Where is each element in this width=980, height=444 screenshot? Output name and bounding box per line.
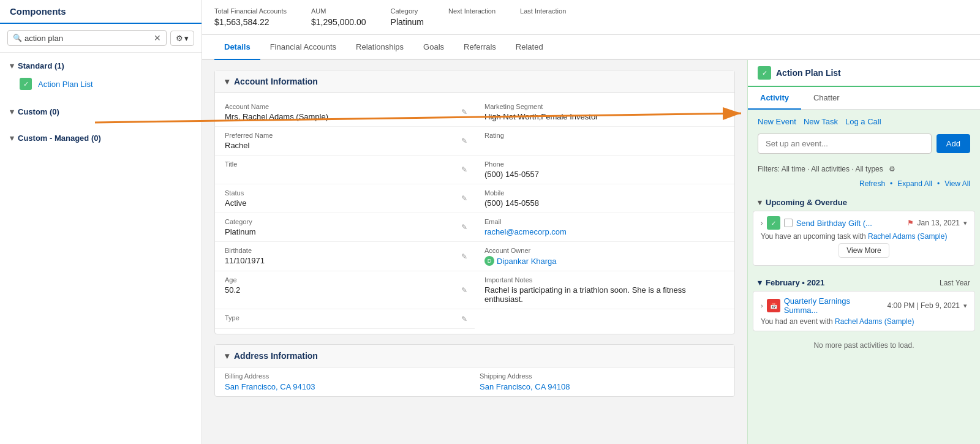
view-all-link[interactable]: View All [944, 179, 970, 188]
chevron-right-icon[interactable]: › [761, 219, 763, 227]
field-age: Age 50.2 ✎ [215, 271, 475, 309]
field-value-account-name: Mrs. Rachel Adams (Sample) [225, 112, 465, 121]
field-account-owner: Account Owner D Dipankar Kharga [475, 242, 734, 271]
filters-row: Filters: All time · All activities · All… [748, 161, 980, 177]
february-2021-section: ▾ February • 2021 Last Year › 📅 [753, 273, 975, 355]
tab-financial-accounts[interactable]: Financial Accounts [260, 35, 346, 60]
field-value-marketing-segment: High Net Worth;Female Investor [484, 112, 725, 121]
billing-address-value[interactable]: San Francisco, CA 94103 [225, 382, 470, 391]
sidebar: Components 🔍 ✕ ⚙ ▾ ▾ Standard (1) ✓ [0, 0, 202, 444]
field-label-marketing-segment: Marketing Segment [484, 103, 725, 110]
custom-section-header[interactable]: ▾ Custom (0) [0, 103, 202, 120]
field-status: Status Active ✎ [215, 184, 475, 213]
edit-icon[interactable]: ✎ [461, 137, 467, 145]
chevron-down-icon[interactable]: ▾ [225, 77, 229, 86]
activity-date-birthday: Jan 13, 2021 [918, 219, 960, 227]
field-label-title: Title [225, 160, 465, 168]
expand-all-link[interactable]: Expand All [897, 179, 932, 188]
activity-title-quarterly[interactable]: Quarterly Earnings Summa... [784, 296, 884, 315]
refresh-link[interactable]: Refresh [859, 179, 885, 188]
upcoming-overdue-section: ▾ Upcoming & Overdue › ✓ Send Birthday G… [753, 193, 975, 266]
field-value-status: Active [225, 198, 465, 208]
chevron-right-icon[interactable]: › [761, 302, 763, 309]
tab-relationships[interactable]: Relationships [346, 35, 413, 60]
standard-section-header[interactable]: ▾ Standard (1) [0, 58, 202, 74]
field-label-account-name: Account Name [225, 103, 465, 110]
edit-icon[interactable]: ✎ [461, 223, 467, 231]
account-info-title: Account Information [234, 77, 318, 86]
task-checkbox[interactable] [784, 219, 793, 227]
sidebar-title: Components [10, 6, 66, 17]
log-call-button[interactable]: Log a Call [845, 117, 881, 126]
stat-aum: AUM $1,295,000.00 [311, 7, 366, 27]
search-input[interactable] [24, 34, 154, 43]
chevron-down-icon: ▾ [10, 134, 14, 143]
field-category: Category Platinum ✎ [215, 213, 475, 242]
clear-search-icon[interactable]: ✕ [154, 33, 161, 43]
address-info-title-bar: ▾ Address Information [215, 345, 734, 367]
chevron-down-icon: ▾ [10, 107, 14, 116]
tab-activity[interactable]: Activity [748, 87, 801, 110]
chevron-down-icon[interactable]: ▾ [225, 351, 229, 361]
custom-section-label: Custom (0) [18, 107, 59, 116]
tab-details[interactable]: Details [214, 35, 260, 60]
icon-text: ✓ [762, 69, 767, 77]
gear-filter-icon[interactable]: ⚙ [889, 165, 895, 173]
address-fields: Billing Address San Francisco, CA 94103 … [215, 367, 734, 396]
tab-goals[interactable]: Goals [413, 35, 454, 60]
activity-item-header: › ✓ Send Birthday Gift (... ⚑ Jan 13, 20… [761, 216, 967, 230]
edit-icon[interactable]: ✎ [461, 315, 467, 323]
field-label-rating: Rating [484, 132, 725, 139]
field-value-important-notes: Rachel is participating in a triathlon s… [484, 285, 725, 304]
custom-managed-section-label: Custom - Managed (0) [18, 134, 101, 143]
activity-desc-quarterly: You had an event with Rachel Adams (Samp… [761, 317, 967, 326]
stat-label-next-interaction: Next Interaction [448, 7, 496, 15]
tab-chatter[interactable]: Chatter [801, 87, 852, 110]
chevron-down-icon[interactable]: ▾ [758, 198, 762, 207]
field-value-email[interactable]: rachel@acmecorp.com [484, 227, 725, 236]
separator: • [937, 179, 940, 188]
right-panel: ✓ Action Plan List Activity Chatter New … [747, 60, 980, 444]
new-event-button[interactable]: New Event [758, 117, 796, 126]
task-icon: ✓ [767, 216, 780, 230]
gear-button[interactable]: ⚙ ▾ [170, 31, 194, 46]
sidebar-item-action-plan-list[interactable]: ✓ Action Plan List [0, 74, 202, 94]
standard-section: ▾ Standard (1) ✓ Action Plan List [0, 53, 202, 99]
activity-date-quarterly: 4:00 PM | Feb 9, 2021 [887, 301, 960, 310]
view-more-button[interactable]: View More [839, 243, 889, 258]
field-label-preferred-name: Preferred Name [225, 132, 465, 139]
edit-icon[interactable]: ✎ [461, 165, 467, 174]
activity-item-quarterly: › 📅 Quarterly Earnings Summa... 4:00 PM … [753, 291, 975, 331]
field-title: Title ✎ [215, 156, 475, 184]
upcoming-overdue-label: Upcoming & Overdue [766, 198, 847, 207]
dropdown-arrow-icon[interactable]: ▾ [963, 219, 967, 227]
edit-icon[interactable]: ✎ [461, 286, 467, 295]
field-label-type: Type [225, 314, 465, 322]
stat-value-total-financial: $1,563,584.22 [214, 17, 287, 27]
custom-managed-section: ▾ Custom - Managed (0) [0, 125, 202, 151]
field-phone: Phone (500) 145-0557 [475, 156, 734, 184]
chevron-down-icon[interactable]: ▾ [758, 278, 762, 287]
shipping-address-value[interactable]: San Francisco, CA 94108 [480, 382, 725, 391]
activity-desc-link-quarterly[interactable]: Rachel Adams (Sample) [835, 317, 914, 326]
chevron-down-icon: ▾ [10, 61, 14, 70]
month-header-left: ▾ February • 2021 [758, 278, 824, 287]
stat-value-aum: $1,295,000.00 [311, 17, 366, 27]
custom-managed-section-header[interactable]: ▾ Custom - Managed (0) [0, 130, 202, 146]
activity-item-birthday: › ✓ Send Birthday Gift (... ⚑ Jan 13, 20… [753, 211, 975, 266]
edit-icon[interactable]: ✎ [461, 194, 467, 203]
add-button[interactable]: Add [937, 134, 970, 153]
edit-icon[interactable]: ✎ [461, 252, 467, 261]
event-icon: 📅 [767, 299, 780, 312]
activity-desc-link-birthday[interactable]: Rachel Adams (Sample) [868, 232, 947, 241]
new-task-button[interactable]: New Task [804, 117, 838, 126]
tab-related[interactable]: Related [506, 35, 553, 60]
event-input[interactable] [758, 134, 932, 154]
field-value-account-owner[interactable]: Dipankar Kharga [497, 257, 557, 266]
edit-icon[interactable]: ✎ [461, 108, 467, 116]
tab-referrals[interactable]: Referrals [454, 35, 506, 60]
activity-title-birthday[interactable]: Send Birthday Gift (... [796, 219, 903, 228]
right-panel-header: ✓ Action Plan List [748, 60, 980, 87]
field-preferred-name: Preferred Name Rachel ✎ [215, 127, 475, 156]
dropdown-arrow-icon[interactable]: ▾ [963, 302, 967, 310]
